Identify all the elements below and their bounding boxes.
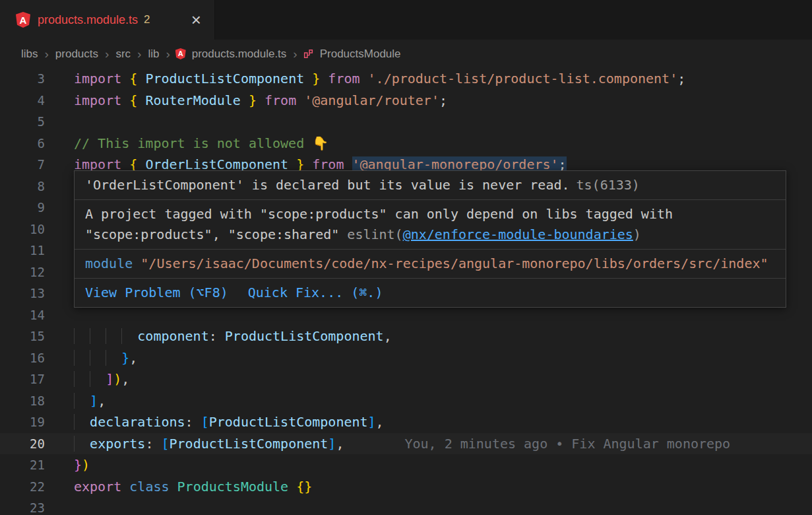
line-code: // This import is not allowed 👇 [74, 133, 328, 154]
code-line[interactable]: 23 [0, 497, 812, 515]
chevron-right-icon: › [160, 47, 175, 61]
line-number: 17 [0, 368, 45, 390]
code-line[interactable]: 19 declarations: [ProductListComponent], [0, 411, 812, 433]
code-token: ProductsModule [177, 479, 289, 495]
code-line[interactable]: 21}) [0, 454, 812, 476]
code-token: { [129, 92, 137, 108]
code-token: : [145, 436, 153, 452]
line-number: 23 [0, 497, 45, 515]
class-symbol-icon [303, 48, 314, 59]
chevron-right-icon: › [100, 47, 114, 61]
code-token: : [209, 328, 217, 344]
code-token: ] [106, 371, 113, 387]
code-line[interactable]: 16 }, [0, 347, 812, 369]
line-code: component: ProductListComponent, [74, 326, 392, 347]
code-token: RouterModule [145, 92, 241, 108]
code-token: , [98, 393, 106, 409]
code-token [241, 92, 249, 108]
breadcrumb-item-symbol[interactable]: ProductsModule [319, 48, 402, 61]
line-number: 22 [0, 476, 45, 498]
line-code: export class ProductsModule {} [74, 476, 312, 498]
code-token: ] [90, 393, 98, 409]
angular-icon-letter: A [20, 15, 27, 25]
code-token [121, 92, 129, 108]
line-number: 21 [0, 454, 45, 476]
code-token: from [328, 71, 359, 86]
code-token: ProductListComponent [170, 436, 328, 452]
quick-fix-action[interactable]: Quick Fix... (⌘.) [248, 283, 383, 303]
code-token [121, 479, 129, 495]
line-number: 8 [0, 176, 45, 197]
code-line[interactable]: 20 exports: [ProductListComponent],You, … [0, 433, 812, 455]
code-token: from [265, 92, 296, 108]
view-problem-action[interactable]: View Problem (⌥F8) [85, 283, 228, 303]
code-token: } [312, 71, 320, 86]
code-token: : [185, 414, 193, 430]
line-code: }, [74, 347, 137, 369]
code-token: '@angular/router' [304, 92, 439, 108]
code-line[interactable]: 5 [0, 111, 812, 133]
close-icon[interactable]: × [181, 11, 201, 28]
tab-title: products.module.ts [38, 13, 138, 27]
editor[interactable]: 3import { ProductListComponent } from '.… [0, 68, 812, 515]
code-line[interactable]: 22export class ProductsModule {} [0, 476, 812, 498]
line-code: ]), [74, 368, 129, 390]
code-token [121, 71, 129, 86]
code-line[interactable]: 18 ], [0, 390, 812, 412]
chevron-right-icon: › [132, 47, 146, 61]
code-token [257, 92, 265, 108]
line-code: import { RouterModule } from '@angular/r… [74, 90, 447, 112]
hover-actions: View Problem (⌥F8) Quick Fix... (⌘.) [75, 279, 786, 307]
line-code: import { ProductListComponent } from './… [74, 68, 685, 90]
line-number: 16 [0, 347, 45, 369]
code-token: , [121, 371, 129, 387]
code-token: [ [201, 414, 209, 430]
angular-icon: A [16, 12, 30, 28]
code-line[interactable]: 17 ]), [0, 368, 812, 390]
code-line[interactable]: 4import { RouterModule } from '@angular/… [0, 90, 812, 112]
line-number: 9 [0, 197, 45, 219]
code-token [74, 371, 106, 387]
code-token [320, 71, 328, 86]
ts-diagnostic-source: ts(6133) [577, 177, 640, 193]
code-token: ) [82, 457, 90, 473]
hover-widget: 'OrderListComponent' is declared but its… [74, 170, 786, 308]
breadcrumb-item-src[interactable]: src [114, 48, 132, 61]
code-token: ProductListComponent [225, 328, 384, 344]
angular-file-icon: A [175, 48, 186, 59]
line-number: 11 [0, 240, 45, 261]
line-number: 13 [0, 283, 45, 304]
code-token: {} [296, 479, 312, 495]
code-token: ] [368, 414, 376, 430]
code-token: export [74, 479, 121, 495]
line-number: 10 [0, 219, 45, 240]
eslint-source-suffix: ) [633, 226, 641, 242]
code-token: './product-list/product-list.component' [368, 71, 678, 86]
code-line[interactable]: 6// This import is not allowed 👇 [0, 133, 812, 154]
breadcrumb-item-products[interactable]: products [54, 48, 100, 61]
code-line[interactable]: 15 component: ProductListComponent, [0, 326, 812, 347]
breadcrumb-item-libs[interactable]: libs [20, 48, 40, 61]
code-token: ProductListComponent [145, 71, 304, 86]
code-token [74, 436, 90, 452]
tab-products-module[interactable]: A products.module.ts 2 × [0, 0, 215, 40]
code-token [170, 479, 177, 495]
code-token: declarations [90, 414, 185, 430]
code-line[interactable]: 3import { ProductListComponent } from '.… [0, 68, 812, 90]
code-token [74, 328, 137, 344]
hover-message-eslint: A project tagged with "scope:products" c… [75, 200, 786, 250]
code-token: ; [439, 92, 447, 108]
breadcrumb-item-lib[interactable]: lib [146, 48, 160, 61]
breadcrumb-item-file[interactable]: products.module.ts [191, 48, 288, 61]
code-token: { [129, 71, 137, 86]
code-token: import [74, 92, 121, 108]
code-token [137, 92, 145, 108]
code-token [193, 414, 201, 430]
hover-message-ts: 'OrderListComponent' is declared but its… [75, 171, 786, 200]
code-token [74, 350, 121, 366]
line-number: 3 [0, 68, 45, 90]
eslint-rule-link[interactable]: @nx/enforce-module-boundaries [403, 226, 633, 242]
code-token: component [137, 328, 208, 344]
line-number: 18 [0, 390, 45, 412]
hover-module-path: module "/Users/isaac/Documents/code/nx-r… [75, 250, 786, 279]
